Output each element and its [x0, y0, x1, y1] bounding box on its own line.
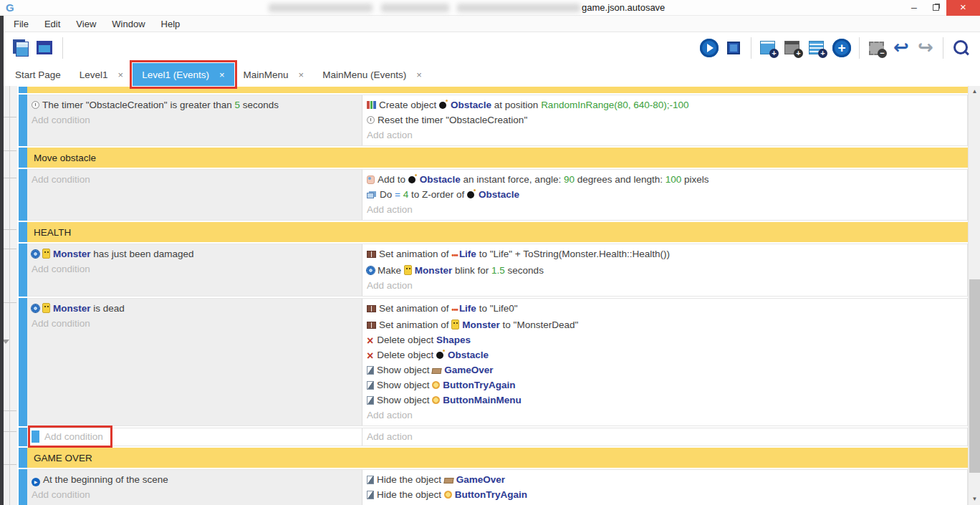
step-text: to "MonsterDead": [500, 319, 578, 330]
delete-event-button[interactable]: [865, 36, 889, 60]
action-line[interactable]: Set animation of •••Life to "Life" + ToS…: [367, 246, 963, 263]
tab-close-icon[interactable]: ×: [416, 69, 422, 80]
event-row: Monster has just been damagedAdd conditi…: [19, 244, 968, 297]
gutter-tick: [4, 302, 16, 303]
play-button[interactable]: [697, 36, 721, 60]
action-line[interactable]: Hide the object ButtonTryAgain: [367, 487, 963, 502]
event-handle-bar[interactable]: [19, 222, 27, 242]
action-line[interactable]: Add to Obstacle an instant force, angle:…: [367, 172, 963, 187]
add-label: Add condition: [32, 489, 90, 500]
step-text: Create object: [379, 100, 439, 110]
add-label: Add condition: [32, 318, 90, 329]
tab-level1-events[interactable]: Level1 (Events)×: [133, 63, 234, 86]
action-line[interactable]: ×Delete object Obstacle: [367, 347, 963, 362]
scrollbar-thumb[interactable]: [969, 279, 980, 473]
tab-level1[interactable]: Level1×: [70, 63, 133, 86]
menu-file[interactable]: File: [6, 19, 37, 29]
add-action-button[interactable]: Add action: [367, 128, 963, 143]
add-condition-button[interactable]: Add condition: [32, 429, 109, 444]
add-label: Add action: [367, 130, 413, 140]
action-line[interactable]: Show object ButtonTryAgain: [367, 377, 963, 393]
tab-mainmenu-events[interactable]: MainMenu (Events)×: [313, 63, 431, 86]
add-action-button[interactable]: Add action: [367, 429, 963, 444]
step-text: seconds: [240, 100, 279, 110]
comment-header-row: Move obstacle: [19, 148, 968, 168]
menu-window[interactable]: Window: [104, 19, 153, 29]
add-action-button[interactable]: Add action: [367, 408, 963, 423]
tab-close-icon[interactable]: ×: [219, 69, 225, 80]
action-line[interactable]: Set animation of •••Life to "Life0": [367, 301, 963, 317]
menu-edit[interactable]: Edit: [37, 19, 68, 29]
add-new-button[interactable]: [830, 36, 854, 60]
event-handle-bar[interactable]: [19, 298, 27, 426]
action-line[interactable]: Reset the timer "ObstacleCreation": [367, 112, 963, 128]
scroll-down-icon[interactable]: ▼: [969, 494, 980, 505]
tab-close-icon[interactable]: ×: [299, 69, 304, 80]
event-handle-bar[interactable]: [19, 148, 27, 168]
tab-mainmenu[interactable]: MainMenu×: [234, 63, 314, 86]
add-condition-button[interactable]: Add condition: [32, 316, 357, 331]
action-line[interactable]: Show object GameOver: [367, 362, 963, 377]
scene-editor-button[interactable]: [33, 36, 57, 60]
partial-header-row: [19, 87, 968, 93]
comment-header[interactable]: Move obstacle: [27, 148, 968, 168]
event-handle-bar[interactable]: [19, 87, 27, 93]
tab-close-icon[interactable]: ×: [118, 69, 124, 80]
add-condition-button[interactable]: Add condition: [32, 261, 357, 276]
selection-handle[interactable]: [32, 431, 39, 443]
event-handle-bar[interactable]: [19, 469, 27, 505]
action-line[interactable]: Create object Obstacle at position Rando…: [367, 97, 963, 112]
add-new-icon: [832, 39, 851, 57]
add-condition-button[interactable]: Add condition: [32, 112, 357, 128]
event-handle-bar[interactable]: [19, 169, 27, 221]
events-editor: The timer "ObstacleCreation" is greater …: [0, 86, 980, 505]
redo-button[interactable]: ↪: [913, 36, 938, 60]
comment-header[interactable]: GAME OVER: [27, 448, 968, 468]
event-handle-bar[interactable]: [19, 428, 27, 446]
debug-button[interactable]: [721, 36, 746, 60]
condition-line[interactable]: The timer "ObstacleCreation" is greater …: [32, 97, 357, 112]
action-line[interactable]: ×Delete object Shapes: [367, 332, 963, 347]
object-name: Obstacle: [451, 100, 491, 110]
vertical-scrollbar[interactable]: ▲ ▼: [968, 86, 980, 505]
add-action-button[interactable]: Add action: [367, 202, 963, 217]
bomb-icon: [439, 102, 446, 109]
event-handle-bar[interactable]: [19, 95, 27, 146]
add-comment-button[interactable]: [805, 36, 830, 60]
actions-cell: Set animation of •••Life to "Life" + ToS…: [362, 244, 967, 296]
step-text: degrees and length:: [575, 174, 666, 185]
condition-line[interactable]: Monster has just been damaged: [32, 246, 357, 261]
action-line[interactable]: Hide the object ButtonMainMenu: [367, 502, 963, 505]
menu-help[interactable]: Help: [153, 19, 188, 29]
condition-line[interactable]: ▶At the beginning of the scene: [32, 472, 357, 487]
project-manager-button[interactable]: [9, 36, 33, 60]
condition-line[interactable]: Monster is dead: [32, 301, 357, 316]
minimize-button[interactable]: –: [903, 0, 925, 16]
action-line[interactable]: Set animation of Monster to "MonsterDead…: [367, 317, 963, 332]
comment-header[interactable]: [27, 87, 968, 93]
add-event-button[interactable]: [756, 36, 781, 60]
add-condition-button[interactable]: Add condition: [32, 172, 357, 187]
add-condition-button[interactable]: Add condition: [32, 487, 357, 502]
scroll-up-icon[interactable]: ▲: [969, 86, 980, 97]
maximize-button[interactable]: [925, 0, 946, 16]
step-text: Set animation of: [379, 249, 451, 259]
add-subevent-button[interactable]: [781, 36, 805, 60]
search-button[interactable]: [948, 36, 973, 60]
undo-button[interactable]: ↩: [889, 36, 913, 60]
comment-header[interactable]: HEALTH: [27, 222, 968, 242]
step-text: Delete object: [377, 350, 436, 360]
action-line[interactable]: Do = 4 to Z-order of Obstacle: [367, 187, 963, 202]
action-line[interactable]: Hide the object GameOver: [367, 472, 963, 487]
expression-value: 1.5: [491, 265, 505, 276]
object-name: GameOver: [456, 474, 505, 485]
close-button[interactable]: ×: [946, 0, 980, 16]
add-action-button[interactable]: Add action: [367, 278, 963, 293]
zorder-icon: [367, 193, 374, 198]
event-handle-bar[interactable]: [19, 244, 27, 297]
menu-view[interactable]: View: [68, 19, 104, 29]
action-line[interactable]: Make Monster blink for 1.5 seconds: [367, 263, 963, 278]
action-line[interactable]: Show object ButtonMainMenu: [367, 393, 963, 408]
event-handle-bar[interactable]: [19, 448, 27, 468]
tab-start-page[interactable]: Start Page: [6, 63, 70, 86]
